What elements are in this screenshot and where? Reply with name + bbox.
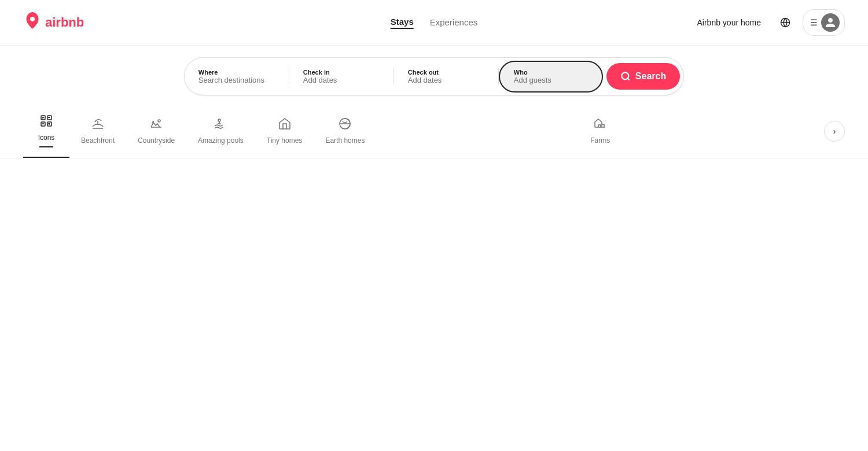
amazing-pools-label: Amazing pools: [198, 136, 244, 145]
who-value: Add guests: [514, 76, 588, 84]
category-earth-homes[interactable]: Earth homes: [314, 108, 376, 155]
airbnb-home-link[interactable]: Airbnb your home: [690, 13, 768, 32]
search-bar-wrapper: Where Search destinations Check in Add d…: [0, 46, 868, 105]
nav-experiences[interactable]: Experiences: [430, 17, 478, 28]
where-label: Where: [198, 69, 275, 76]
who-label: Who: [514, 69, 588, 76]
category-farms[interactable]: Farms: [577, 108, 623, 155]
header: airbnb Stays Experiences Airbnb your hom…: [0, 0, 868, 46]
farms-icon: [593, 117, 607, 133]
user-menu[interactable]: ☰: [803, 9, 845, 36]
beachfront-label: Beachfront: [81, 136, 115, 145]
logo-text: airbnb: [45, 15, 84, 30]
who-field[interactable]: Who Add guests: [499, 61, 603, 93]
search-bar: Where Search destinations Check in Add d…: [184, 57, 684, 95]
category-amazing-pools[interactable]: Amazing pools: [186, 108, 255, 155]
countryside-label: Countryside: [138, 136, 175, 145]
header-right: Airbnb your home ☰: [690, 9, 845, 36]
hamburger-icon: ☰: [810, 18, 818, 27]
amazing-pools-icon: [214, 117, 227, 133]
where-value: Search destinations: [198, 76, 275, 84]
tiny-homes-icon: [278, 117, 292, 133]
countryside-icon: [149, 117, 163, 133]
category-tiny-homes[interactable]: Tiny homes: [255, 108, 314, 155]
user-avatar: [821, 13, 840, 32]
svg-point-1: [621, 72, 628, 79]
language-button[interactable]: [775, 12, 796, 33]
beachfront-icon: [91, 117, 105, 133]
tiny-homes-label: Tiny homes: [267, 136, 303, 145]
category-icons[interactable]: Icons: [23, 105, 69, 158]
category-bar: Icons Beachfront Countryside Amazing poo…: [0, 105, 868, 158]
nav-stays[interactable]: Stays: [391, 17, 414, 29]
where-field[interactable]: Where Search destinations: [185, 62, 289, 91]
farms-label: Farms: [590, 136, 610, 145]
icons-label: Icons: [38, 134, 55, 142]
checkout-field[interactable]: Check out Add dates: [394, 62, 498, 91]
category-next-arrow[interactable]: ›: [824, 121, 845, 142]
checkin-label: Check in: [303, 69, 380, 76]
earth-homes-icon: [338, 117, 352, 133]
svg-point-6: [158, 120, 160, 122]
category-beachfront[interactable]: Beachfront: [69, 108, 126, 155]
main-nav: Stays Experiences: [391, 17, 478, 29]
earth-homes-label: Earth homes: [325, 136, 365, 145]
logo-icon: [23, 12, 42, 34]
checkout-label: Check out: [408, 69, 484, 76]
category-countryside[interactable]: Countryside: [126, 108, 186, 155]
icons-icon: [39, 114, 53, 130]
checkin-value: Add dates: [303, 76, 380, 84]
search-button-label: Search: [635, 71, 666, 82]
checkout-value: Add dates: [408, 76, 484, 84]
logo[interactable]: airbnb: [23, 12, 84, 34]
search-button[interactable]: Search: [606, 63, 680, 90]
checkin-field[interactable]: Check in Add dates: [289, 62, 393, 91]
